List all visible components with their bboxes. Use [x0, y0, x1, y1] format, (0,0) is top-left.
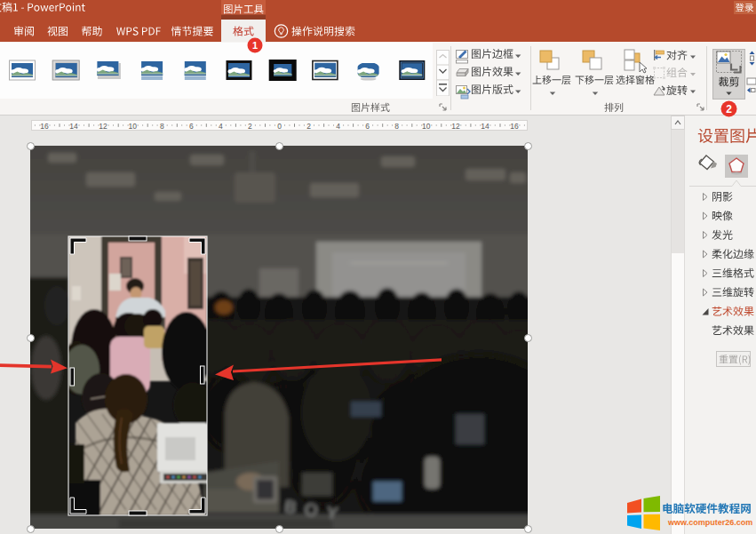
svg-text:12: 12 — [99, 122, 107, 131]
svg-text:2: 2 — [306, 122, 311, 131]
svg-text:16: 16 — [510, 122, 519, 131]
svg-text:2: 2 — [248, 122, 252, 131]
svg-text:6: 6 — [365, 122, 370, 131]
svg-text:8: 8 — [160, 122, 164, 131]
svg-text:14: 14 — [481, 122, 489, 131]
svg-text:16: 16 — [40, 122, 49, 131]
svg-text:4: 4 — [336, 122, 340, 131]
svg-text:www.computer26.com: www.computer26.com — [667, 518, 752, 527]
svg-text:6: 6 — [189, 122, 194, 131]
svg-text:8: 8 — [394, 122, 399, 131]
svg-text:14: 14 — [69, 122, 78, 131]
svg-text:0: 0 — [277, 122, 282, 131]
svg-text:10: 10 — [128, 122, 137, 131]
svg-text:10: 10 — [422, 122, 431, 131]
svg-text:12: 12 — [451, 122, 460, 131]
svg-text:2: 2 — [726, 103, 732, 116]
svg-text:1: 1 — [252, 40, 258, 51]
svg-text:4: 4 — [219, 122, 223, 131]
